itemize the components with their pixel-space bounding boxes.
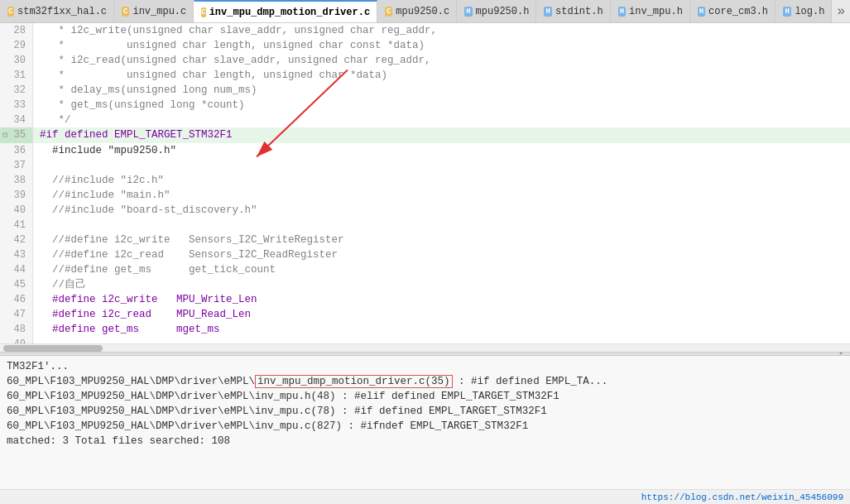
tab-label: mpu9250.c: [396, 6, 449, 17]
line-content: * i2c_read(unsigned char slave_addr, uns…: [33, 53, 431, 68]
resize-handle[interactable]: ▪: [0, 352, 850, 355]
tab-icon-c: C: [122, 7, 129, 17]
line-number: 28: [0, 23, 33, 38]
code-line-30: 30 * i2c_read(unsigned char slave_addr, …: [0, 53, 850, 68]
line-number: 31: [0, 68, 33, 83]
code-line-45: 45 //自己: [0, 277, 850, 292]
line-number: 48: [0, 322, 33, 337]
line-content: * unsigned char length, unsigned char *d…: [33, 68, 387, 83]
line-number: 37: [0, 158, 33, 173]
code-line-33: 33 * get_ms(unsigned long *count): [0, 98, 850, 113]
bottom-result-line-0: 60_MPL\F103_MPU9250_HAL\DMP\driver\eMPL\…: [7, 374, 843, 389]
line-content: //#include "i2c.h": [33, 173, 164, 188]
line-content: #define get_ms mget_ms: [33, 322, 220, 337]
tab-icon-h: H: [698, 7, 705, 17]
code-line-39: 39 //#include "main.h": [0, 188, 850, 203]
tab-core_cm3-h[interactable]: Hcore_cm3.h: [690, 0, 776, 22]
result-path: 60_MPL\F103_MPU9250_HAL\DMP\driver\eMPL\: [7, 406, 255, 417]
line-content: */: [33, 113, 71, 127]
bottom-result-line-1: 60_MPL\F103_MPU9250_HAL\DMP\driver\eMPL\…: [7, 389, 843, 404]
tab-icon-c: C: [7, 7, 14, 17]
line-number: 38: [0, 173, 33, 188]
tab-inv_mpu_dmp_motion_driver-c[interactable]: Cinv_mpu_dmp_motion_driver.c: [194, 0, 377, 22]
code-line-46: 46 #define i2c_write MPU_Write_Len: [0, 292, 850, 307]
line-number: 43: [0, 247, 33, 262]
line-content: #define i2c_read MPU_Read_Len: [33, 307, 251, 322]
line-content: //#define get_ms get_tick_count: [33, 262, 276, 277]
bottom-summary: matched: 3 Total files searched: 108: [7, 434, 843, 449]
tab-inv_mpu-c[interactable]: Cinv_mpu.c: [114, 0, 194, 22]
code-line-35: ⊟ 35#if defined EMPL_TARGET_STM32F1: [0, 127, 850, 143]
line-number: 44: [0, 262, 33, 277]
bottom-prefix: TM32F1'...: [7, 359, 843, 374]
tab-icon-h: H: [783, 7, 791, 17]
bottom-result-line-3: 60_MPL\F103_MPU9250_HAL\DMP\driver\eMPL\…: [7, 419, 843, 434]
line-number: 36: [0, 143, 33, 158]
code-line-29: 29 * unsigned char length, unsigned char…: [0, 38, 850, 53]
line-content: * unsigned char length, unsigned char co…: [33, 38, 425, 53]
code-line-37: 37: [0, 158, 850, 173]
code-line-42: 42 //#define i2c_write Sensors_I2C_Write…: [0, 233, 850, 247]
code-scroll[interactable]: 28 * i2c_write(unsigned char slave_addr,…: [0, 23, 850, 343]
code-line-43: 43 //#define i2c_read Sensors_I2C_ReadRe…: [0, 247, 850, 262]
line-number: 46: [0, 292, 33, 307]
result-path: 60_MPL\F103_MPU9250_HAL\DMP\driver\eMPL\: [7, 376, 255, 387]
tab-label: mpu9250.h: [476, 6, 530, 17]
tab-mpu9250-c[interactable]: Cmpu9250.c: [377, 0, 457, 22]
tab-stm32f1xx_hal-c[interactable]: Cstm32f1xx_hal.c: [0, 0, 114, 22]
tab-label: log.h: [795, 6, 824, 17]
status-bar: https://blog.csdn.net/weixin_45456099: [0, 489, 850, 504]
tab-label: inv_mpu.c: [132, 6, 186, 17]
line-content: #include "mpu9250.h": [33, 143, 176, 158]
line-content: //#define i2c_write Sensors_I2C_WriteReg…: [33, 233, 344, 247]
bottom-result-line-2: 60_MPL\F103_MPU9250_HAL\DMP\driver\eMPL\…: [7, 404, 843, 419]
line-number: 39: [0, 188, 33, 203]
tab-label: inv_mpu.h: [629, 6, 683, 17]
code-line-48: 48 #define get_ms mget_ms: [0, 322, 850, 337]
code-line-36: 36 #include "mpu9250.h": [0, 143, 850, 158]
result-file: inv_mpu.c(78): [255, 406, 336, 417]
tab-icon-h: H: [618, 7, 626, 17]
line-content: //#include "board-st_discovery.h": [33, 203, 257, 218]
line-number: 40: [0, 203, 33, 218]
tab-icon-c: C: [201, 7, 205, 17]
code-lines: 28 * i2c_write(unsigned char slave_addr,…: [0, 23, 850, 343]
result-suffix: : #if defined EMPL_TA...: [453, 376, 608, 387]
line-number: ⊟ 35: [0, 127, 33, 143]
line-number: 49: [0, 337, 33, 343]
code-line-40: 40 //#include "board-st_discovery.h": [0, 203, 850, 218]
result-file: inv_mpu.c(827): [255, 420, 342, 432]
tab-label: stdint.h: [555, 6, 603, 17]
tab-stdint-h[interactable]: Hstdint.h: [536, 0, 610, 22]
code-line-44: 44 //#define get_ms get_tick_count: [0, 262, 850, 277]
bottom-panel: TM32F1'...60_MPL\F103_MPU9250_HAL\DMP\dr…: [0, 355, 850, 504]
line-content: #define i2c_write MPU_Write_Len: [33, 292, 257, 307]
line-number: 34: [0, 113, 33, 127]
line-number: 47: [0, 307, 33, 322]
tab-icon-h: H: [464, 7, 472, 17]
result-file: inv_mpu.h(48): [255, 391, 336, 402]
status-link[interactable]: https://blog.csdn.net/weixin_45456099: [641, 492, 843, 502]
tab-label: inv_mpu_dmp_motion_driver.c: [209, 7, 370, 18]
line-number: 29: [0, 38, 33, 53]
horizontal-scrollbar[interactable]: [0, 343, 850, 352]
tab-more-button[interactable]: »: [832, 0, 850, 22]
line-number: 45: [0, 277, 33, 292]
tab-mpu9250-h[interactable]: Hmpu9250.h: [457, 0, 536, 22]
fold-button[interactable]: ⊟: [2, 131, 7, 140]
tab-label: stm32f1xx_hal.c: [17, 6, 107, 17]
code-line-32: 32 * delay_ms(unsigned long num_ms): [0, 83, 850, 98]
tab-bar: Cstm32f1xx_hal.cCinv_mpu.cCinv_mpu_dmp_m…: [0, 0, 850, 23]
editor-area: 28 * i2c_write(unsigned char slave_addr,…: [0, 23, 850, 352]
line-number: 30: [0, 53, 33, 68]
result-suffix: : #if defined EMPL_TARGET_STM32F1: [336, 406, 547, 417]
line-number: 42: [0, 233, 33, 247]
tab-icon-h: H: [544, 7, 552, 17]
line-content: //#include "main.h": [33, 188, 170, 203]
scrollbar-thumb[interactable]: [3, 345, 103, 352]
result-suffix: : #ifndef EMPL_TARGET_STM32F1: [342, 420, 528, 432]
tab-log-h[interactable]: Hlog.h: [776, 0, 832, 22]
line-content: * i2c_write(unsigned char slave_addr, un…: [33, 23, 437, 38]
line-content: * get_ms(unsigned long *count): [33, 98, 245, 113]
tab-inv_mpu-h[interactable]: Hinv_mpu.h: [611, 0, 690, 22]
